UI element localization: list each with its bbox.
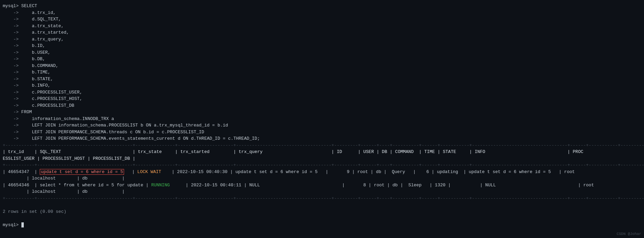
mysql-prompt: mysql> (3, 3, 21, 8)
table-header: | trx_id | SQL_TEXT | trx_state | trx_st… (0, 149, 644, 155)
query-prompt-line: mysql> SELECT (0, 3, 644, 10)
query-line-15: -> c.PROCESSLIST_DB (0, 102, 644, 109)
query-line-13: -> c.PROCESSLIST_USER, (0, 89, 644, 96)
sql-text-highlighted: update t set d = 6 where id = 5 (40, 169, 124, 175)
running-status: RUNNING (151, 183, 170, 188)
query-line-from: -> FROM (0, 109, 644, 116)
table-header-cont: ESSLIST_USER | PROCESSLIST_HOST | PROCES… (0, 155, 644, 162)
query-line-14: -> c.PROCESSLIST_HOST, (0, 96, 644, 102)
lock-wait-status: LOCK WAIT (137, 169, 161, 174)
query-line-from-4: -> LEFT JOIN PERFORMANCE_SCHEMA.events_s… (0, 135, 644, 142)
query-line-9: -> b.COMMAND, (0, 63, 644, 69)
table-separator-3: +-----------+---------------------------… (0, 195, 644, 202)
result-info: 2 rows in set (0.00 sec) (0, 208, 644, 215)
final-prompt-line[interactable]: mysql> (0, 222, 644, 228)
query-line-10: -> b.TIME, (0, 69, 644, 76)
query-line-11: -> b.STATE, (0, 76, 644, 83)
table-row-1-cont: | localhost | db | (0, 175, 644, 182)
terminal: mysql> SELECT -> a.trx_id, -> d.SQL_TEXT… (0, 0, 644, 238)
table-row-2: | 46654346 | select * from t where id = … (0, 182, 644, 189)
table-separator-2: +-----------+---------------------------… (0, 162, 644, 169)
table-row-1: | 46654347 | update t set d = 6 where id… (0, 169, 644, 175)
query-line-12: -> b.INFO, (0, 82, 644, 89)
query-line-4: -> a.trx_started, (0, 29, 644, 36)
watermark: CSDN @Johar (616, 231, 641, 237)
query-line-6: -> b.ID, (0, 42, 644, 49)
empty-line-1 (0, 202, 644, 208)
query-line-from-3: -> LEFT JOIN PERFORMANCE_SCHEMA.threads … (0, 129, 644, 136)
select-keyword: SELECT (21, 3, 37, 8)
query-line-1: -> a.trx_id, (0, 10, 644, 16)
empty-line-2 (0, 215, 644, 222)
query-line-3: -> a.trx_state, (0, 23, 644, 30)
query-line-5: -> a.trx_query, (0, 36, 644, 43)
query-line-7: -> b.USER, (0, 49, 644, 56)
final-mysql-prompt: mysql> (3, 222, 21, 227)
table-separator-1: +-----------+---------------------------… (0, 142, 644, 149)
cursor (21, 222, 24, 227)
query-line-from-2: -> LEFT JOIN information_schema.PROCESSL… (0, 122, 644, 129)
query-line-8: -> b.DB, (0, 56, 644, 63)
query-line-from-1: -> information_schema.INNODB_TRX a (0, 116, 644, 122)
query-line-2: -> d.SQL_TEXT, (0, 16, 644, 23)
table-row-2-cont: | localhost | db | (0, 188, 644, 195)
